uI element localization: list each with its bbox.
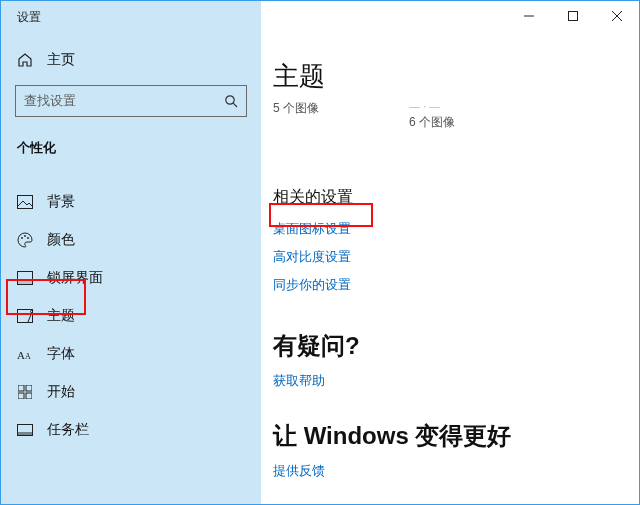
sidebar-item-lockscreen[interactable]: 锁屏界面 — [1, 259, 261, 297]
svg-rect-19 — [26, 393, 32, 399]
feedback-heading: 让 Windows 变得更好 — [273, 420, 615, 452]
sidebar-item-taskbar[interactable]: 任务栏 — [1, 411, 261, 449]
link-get-help[interactable]: 获取帮助 — [273, 372, 615, 390]
picture-icon — [17, 195, 33, 209]
sidebar-item-start[interactable]: 开始 — [1, 373, 261, 411]
link-high-contrast[interactable]: 高对比度设置 — [273, 248, 615, 266]
page-title: 主题 — [273, 59, 615, 94]
sidebar-item-label: 锁屏界面 — [47, 269, 103, 287]
sidebar-item-label: 字体 — [47, 345, 75, 363]
svg-point-7 — [21, 237, 23, 239]
sidebar-item-label: 颜色 — [47, 231, 75, 249]
sidebar-item-label: 开始 — [47, 383, 75, 401]
theme-thumbs: 5 个图像 — · — 6 个图像 — [273, 100, 615, 131]
sidebar-item-label: 任务栏 — [47, 421, 89, 439]
sidebar-item-label: 背景 — [47, 193, 75, 211]
search-placeholder: 查找设置 — [24, 92, 76, 110]
close-button[interactable] — [595, 1, 639, 31]
feedback-section: 让 Windows 变得更好 提供反馈 — [273, 420, 615, 480]
svg-rect-1 — [569, 12, 578, 21]
sidebar-item-colors[interactable]: 颜色 — [1, 221, 261, 259]
content-pane: 主题 5 个图像 — · — 6 个图像 相关的设置 桌面图标设置 高对比度设置… — [261, 33, 639, 504]
svg-rect-11 — [18, 280, 32, 284]
svg-rect-16 — [18, 385, 24, 391]
thumb-faded: — · — — [409, 100, 455, 112]
sidebar-item-fonts[interactable]: AA 字体 — [1, 335, 261, 373]
svg-point-4 — [226, 96, 234, 104]
minimize-button[interactable] — [507, 1, 551, 31]
taskbar-icon — [17, 424, 33, 436]
sidebar-home-label: 主页 — [47, 51, 75, 69]
maximize-button[interactable] — [551, 1, 595, 31]
font-icon: AA — [17, 347, 33, 361]
help-heading: 有疑问? — [273, 330, 615, 362]
theme-thumb-1[interactable]: 5 个图像 — [273, 100, 319, 131]
sidebar-home[interactable]: 主页 — [1, 41, 261, 79]
svg-rect-21 — [18, 432, 32, 435]
svg-point-8 — [24, 235, 26, 237]
svg-rect-17 — [26, 385, 32, 391]
sidebar: 主页 查找设置 个性化 背景 颜色 — [1, 33, 261, 504]
lockscreen-icon — [17, 271, 33, 285]
maximize-icon — [568, 11, 578, 21]
svg-line-5 — [233, 103, 237, 107]
titlebar: 设置 — [1, 1, 639, 33]
palette-icon — [17, 232, 33, 248]
svg-point-13 — [31, 311, 33, 313]
svg-rect-18 — [18, 393, 24, 399]
theme-thumb-2[interactable]: — · — 6 个图像 — [409, 100, 455, 131]
help-section: 有疑问? 获取帮助 — [273, 330, 615, 390]
sidebar-item-label: 主题 — [47, 307, 75, 325]
thumb-caption: 5 个图像 — [273, 100, 319, 117]
window-title: 设置 — [1, 9, 41, 26]
link-feedback[interactable]: 提供反馈 — [273, 462, 615, 480]
svg-point-9 — [27, 237, 29, 239]
link-desktop-icons[interactable]: 桌面图标设置 — [273, 220, 615, 238]
sidebar-section-label: 个性化 — [1, 127, 261, 165]
home-icon — [17, 52, 33, 68]
settings-window: 设置 主页 查找设置 — [0, 0, 640, 505]
svg-rect-6 — [18, 196, 33, 209]
start-icon — [17, 385, 33, 399]
minimize-icon — [524, 11, 534, 21]
theme-icon — [17, 309, 33, 323]
link-sync-settings[interactable]: 同步你的设置 — [273, 276, 615, 294]
sidebar-item-themes[interactable]: 主题 — [1, 297, 261, 335]
close-icon — [612, 11, 622, 21]
thumb-caption: 6 个图像 — [409, 114, 455, 131]
search-input[interactable]: 查找设置 — [15, 85, 247, 117]
window-controls — [507, 1, 639, 31]
svg-text:A: A — [25, 352, 31, 361]
related-settings-section: 相关的设置 桌面图标设置 高对比度设置 同步你的设置 — [273, 187, 615, 294]
sidebar-nav: 背景 颜色 锁屏界面 主题 AA 字体 — [1, 183, 261, 449]
sidebar-item-background[interactable]: 背景 — [1, 183, 261, 221]
svg-text:A: A — [17, 349, 25, 361]
search-icon — [224, 94, 238, 108]
related-settings-heading: 相关的设置 — [273, 187, 615, 208]
